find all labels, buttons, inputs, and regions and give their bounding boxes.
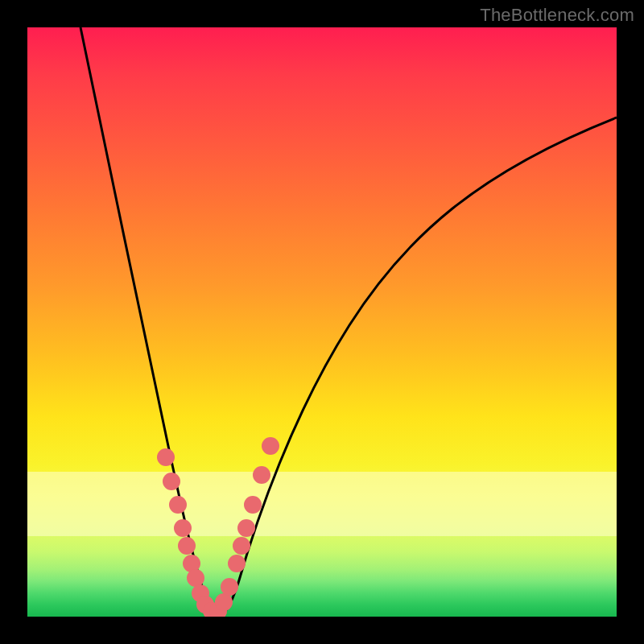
- svg-point-0: [157, 448, 175, 466]
- curve-right: [217, 118, 617, 616]
- svg-point-6: [187, 569, 204, 587]
- curve-left: [80, 27, 217, 616]
- svg-point-3: [174, 519, 192, 537]
- svg-point-15: [237, 519, 255, 537]
- plot-area: [27, 27, 617, 617]
- marker-dots: [157, 437, 279, 617]
- curve-layer: [27, 27, 617, 617]
- svg-point-17: [253, 466, 270, 484]
- svg-point-1: [163, 473, 180, 490]
- svg-point-14: [233, 537, 250, 555]
- svg-point-4: [178, 537, 196, 555]
- attribution-text: TheBottleneck.com: [480, 5, 634, 26]
- svg-point-13: [228, 555, 246, 572]
- svg-point-2: [169, 496, 187, 514]
- chart-frame: TheBottleneck.com: [0, 0, 644, 644]
- svg-point-18: [262, 437, 279, 455]
- svg-point-16: [244, 496, 262, 514]
- svg-point-11: [215, 593, 233, 611]
- svg-point-12: [221, 578, 238, 596]
